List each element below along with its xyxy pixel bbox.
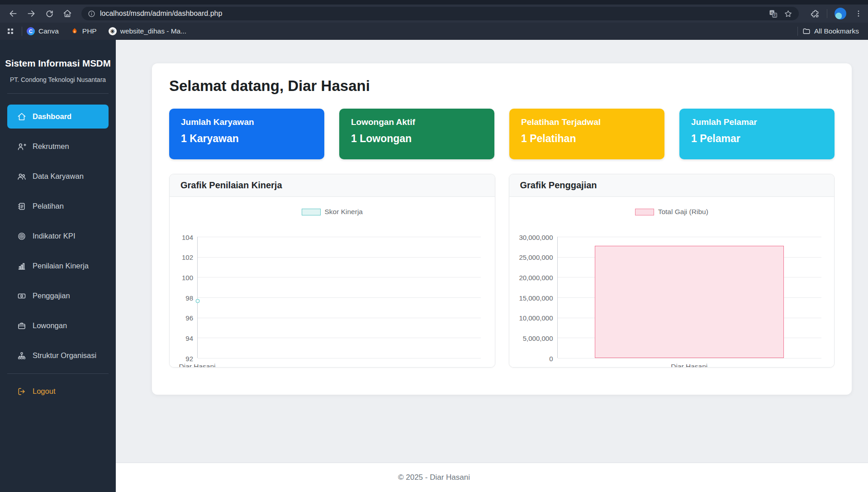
sidebar-item-penilaian-kinerja[interactable]: Penilaian Kinerja (7, 254, 109, 278)
kinerja-plot: 104 102 100 98 96 94 92 (197, 237, 481, 358)
sidebar-item-indikator-kpi[interactable]: Indikator KPI (7, 224, 109, 248)
y-tick: 10,000,000 (519, 314, 553, 322)
kinerja-point (196, 299, 200, 303)
folder-icon (802, 27, 811, 35)
refresh-icon[interactable] (42, 6, 57, 21)
stat-value: 1 Lowongan (351, 133, 483, 145)
sidebar-divider (7, 93, 109, 94)
sidebar-item-label: Dashboard (33, 112, 71, 121)
gaji-chart: Total Gaji (Ribu) 30,000,000 25,000,000 … (509, 197, 835, 368)
stat-title: Lowongan Aktif (351, 117, 483, 127)
home-icon[interactable] (60, 6, 75, 21)
sidebar-item-label: Pelatihan (33, 202, 64, 210)
stat-value: 1 Pelatihan (521, 133, 653, 145)
svg-text:文: 文 (773, 13, 776, 17)
sidebar-item-label: Struktur Organisasi (33, 351, 96, 360)
profile-avatar[interactable] (835, 8, 846, 19)
site-favicon: ✳ (109, 27, 117, 35)
gaji-x-label: Diar Hasani (557, 363, 822, 368)
extensions-icon[interactable] (811, 9, 820, 18)
org-chart-icon (17, 351, 26, 360)
browser-tab-strip (0, 0, 868, 5)
kinerja-chart-card: Grafik Penilaian Kinerja Skor Kinerja 10… (169, 174, 495, 368)
gaji-chart-title: Grafik Penggajian (509, 174, 835, 197)
company-name: PT. Condong Teknologi Nusantara (0, 76, 116, 83)
sidebar-item-penggajian[interactable]: Penggajian (7, 284, 109, 308)
y-tick: 20,000,000 (519, 273, 553, 281)
gaji-legend[interactable]: Total Gaji (Ribu) (509, 208, 835, 216)
stat-title: Jumlah Karyawan (181, 117, 313, 127)
sidebar-item-rekrutmen[interactable]: Rekrutmen (7, 134, 109, 158)
y-tick: 94 (185, 334, 193, 342)
bookmark-label: Canva (38, 27, 59, 35)
y-tick: 96 (185, 314, 193, 322)
sidebar-item-label: Lowongan (33, 321, 67, 330)
stat-value: 1 Pelamar (691, 133, 823, 145)
kinerja-chart: Skor Kinerja 104 102 100 98 96 94 92 Dia… (170, 197, 495, 368)
stat-value: 1 Karyawan (181, 133, 313, 145)
cash-icon (17, 291, 26, 301)
y-tick: 100 (182, 273, 193, 281)
sidebar-item-struktur-organisasi[interactable]: Struktur Organisasi (7, 344, 109, 368)
y-tick: 104 (182, 233, 193, 241)
person-plus-icon (17, 142, 26, 151)
gaji-legend-label: Total Gaji (Ribu) (658, 208, 708, 216)
stat-title: Jumlah Pelamar (691, 117, 823, 127)
sidebar-item-data-karyawan[interactable]: Data Karyawan (7, 164, 109, 188)
dashboard-card: Selamat datang, Diar Hasani Jumlah Karya… (152, 63, 852, 395)
charts-row: Grafik Penilaian Kinerja Skor Kinerja 10… (169, 174, 835, 368)
forward-icon[interactable] (24, 6, 39, 21)
all-bookmarks-button[interactable]: All Bookmarks (802, 27, 859, 35)
all-bookmarks-label: All Bookmarks (814, 27, 859, 35)
gaji-legend-swatch (635, 209, 654, 215)
sidebar: Sistem Informasi MSDM PT. Condong Teknol… (0, 40, 116, 492)
url-text[interactable]: localhost/msdm/admin/dashboard.php (100, 10, 769, 18)
stat-card-pelamar: Jumlah Pelamar 1 Pelamar (679, 109, 835, 159)
sidebar-item-label: Data Karyawan (33, 172, 84, 181)
bookmark-label: PHP (82, 27, 97, 35)
footer: © 2025 - Diar Hasani (0, 463, 868, 492)
sidebar-item-label: Rekrutmen (33, 142, 69, 151)
bookmark-website-dihas[interactable]: ✳ website_dihas - Ma... (109, 27, 186, 35)
info-icon[interactable] (88, 10, 95, 18)
sidebar-item-label: Penilaian Kinerja (33, 262, 89, 270)
kinerja-legend-label: Skor Kinerja (325, 208, 363, 216)
bookmark-php[interactable]: PHP (71, 27, 97, 35)
y-tick: 30,000,000 (519, 233, 553, 241)
sidebar-item-lowongan[interactable]: Lowongan (7, 314, 109, 338)
sidebar-item-dashboard[interactable]: Dashboard (7, 105, 109, 129)
journal-icon (17, 202, 26, 211)
star-icon[interactable] (784, 10, 792, 18)
sidebar-item-label: Indikator KPI (33, 232, 75, 240)
apps-grid-icon[interactable] (6, 27, 14, 35)
stat-title: Pelatihan Terjadwal (521, 117, 653, 127)
sidebar-item-label: Penggajian (33, 291, 70, 300)
back-icon[interactable] (5, 6, 21, 21)
sidebar-item-pelatihan[interactable]: Pelatihan (7, 194, 109, 218)
logout-button[interactable]: Logout (7, 379, 109, 403)
main-content: Selamat datang, Diar Hasani Jumlah Karya… (116, 40, 868, 463)
bookmarks-divider (22, 27, 22, 36)
logout-label: Logout (33, 387, 55, 396)
stat-card-lowongan: Lowongan Aktif 1 Lowongan (339, 109, 494, 159)
bookmark-canva[interactable]: C Canva (27, 27, 59, 35)
gaji-plot: 30,000,000 25,000,000 20,000,000 15,000,… (557, 237, 822, 358)
house-icon (17, 112, 26, 121)
page-title: Selamat datang, Diar Hasani (169, 77, 835, 95)
translate-icon[interactable]: G文 (769, 10, 778, 18)
kinerja-x-label: Diar Hasani (179, 363, 216, 368)
y-tick: 92 (185, 354, 193, 362)
browser-toolbar: localhost/msdm/admin/dashboard.php G文 (0, 5, 868, 23)
y-tick: 102 (182, 253, 193, 261)
bookmark-label: website_dihas - Ma... (120, 27, 186, 35)
gaji-chart-card: Grafik Penggajian Total Gaji (Ribu) 30,0… (509, 174, 835, 368)
app-title: Sistem Informasi MSDM (0, 58, 116, 69)
y-tick: 0 (549, 354, 553, 362)
kinerja-chart-title: Grafik Penilaian Kinerja (170, 174, 495, 197)
bookmarks-bar: C Canva PHP ✳ website_dihas - Ma... All … (0, 23, 868, 40)
kinerja-legend[interactable]: Skor Kinerja (170, 208, 495, 216)
url-bar[interactable]: localhost/msdm/admin/dashboard.php G文 (81, 7, 799, 20)
bookmarks-right-divider (797, 27, 798, 36)
menu-icon[interactable] (854, 10, 863, 18)
php-flame-favicon (71, 27, 79, 35)
